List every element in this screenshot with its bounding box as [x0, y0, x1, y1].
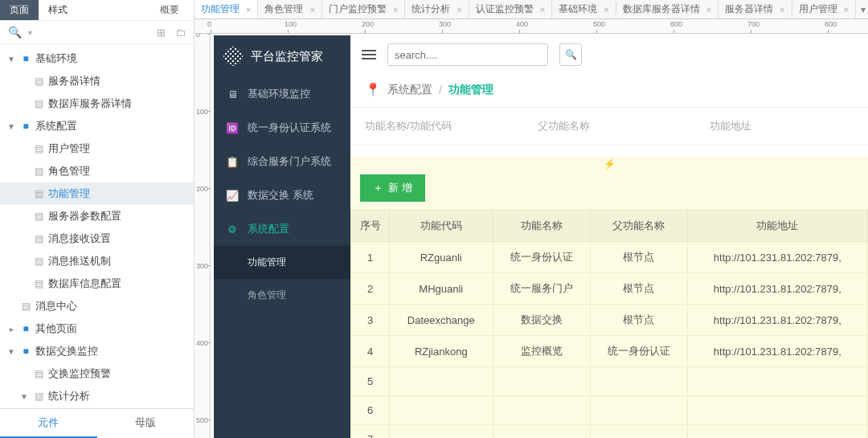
- tree-toggle-icon[interactable]: ▼: [6, 55, 16, 63]
- table-cell: 根节点: [590, 305, 687, 336]
- sidebar-menu-item[interactable]: 📋综合服务门户系统: [214, 145, 350, 178]
- close-icon[interactable]: ×: [246, 5, 251, 14]
- search-button[interactable]: 🔍: [559, 43, 582, 66]
- tab-style[interactable]: 样式: [39, 0, 77, 20]
- table-cell: 5: [351, 367, 390, 396]
- table-row[interactable]: 2MHguanli统一服务门户根节点http://101.231.81.202:…: [351, 273, 868, 305]
- hamburger-icon[interactable]: [362, 50, 376, 59]
- tab-overview[interactable]: 概要: [145, 0, 194, 20]
- bottom-tab-component[interactable]: 元件: [0, 409, 97, 438]
- close-icon[interactable]: ×: [457, 5, 461, 14]
- close-icon[interactable]: ×: [540, 5, 545, 14]
- doc-tab[interactable]: 服务器详情×: [719, 0, 792, 18]
- tree-toggle-icon[interactable]: ▼: [6, 122, 16, 131]
- tree-toggle-icon[interactable]: ▼: [19, 392, 29, 401]
- sidebar-menu-item[interactable]: 📈数据交换 系统: [214, 178, 350, 212]
- sidebar-menu-item[interactable]: ⚙系统配置: [214, 212, 350, 246]
- doc-tab[interactable]: 认证监控预警×: [469, 0, 552, 18]
- prototype-root: 平台监控管家 🖥基础环境监控🆔统一身份认证系统📋综合服务门户系统📈数据交换 系统…: [214, 35, 868, 438]
- table-row[interactable]: 7: [351, 425, 868, 439]
- bottom-tabs: 元件 母版: [0, 408, 194, 438]
- tree-label: 统计分析: [48, 389, 90, 403]
- tree-toggle-icon[interactable]: ▸: [6, 325, 16, 334]
- table-row[interactable]: 5: [351, 367, 868, 396]
- sidebar-sub-item[interactable]: 功能管理: [214, 246, 350, 279]
- tree-item[interactable]: ▸ ■ 其他页面: [0, 317, 194, 340]
- add-button[interactable]: ＋ 新 增: [360, 174, 425, 202]
- search-box[interactable]: [387, 43, 548, 66]
- column-header: 序号: [351, 211, 390, 242]
- breadcrumb-root[interactable]: 系统配置: [387, 83, 432, 97]
- breadcrumb-current: 功能管理: [448, 83, 493, 97]
- table-cell: 统一身份认证: [493, 242, 590, 273]
- doc-tab[interactable]: 角色管理×: [258, 0, 321, 18]
- tree-item[interactable]: ▤ 服务器详情: [0, 70, 194, 92]
- table-row[interactable]: 1RZguanli统一身份认证根节点http://101.231.81.202:…: [351, 242, 868, 273]
- column-header: 父功能名称: [590, 211, 687, 242]
- tabs-overflow-icon[interactable]: ▾: [856, 4, 868, 15]
- table-row[interactable]: 3Dateexchange数据交换根节点http://101.231.81.20…: [351, 305, 868, 336]
- design-canvas[interactable]: 平台监控管家 🖥基础环境监控🆔统一身份认证系统📋综合服务门户系统📈数据交换 系统…: [211, 34, 868, 438]
- tab-page[interactable]: 页面: [0, 0, 39, 20]
- tree-toggle-icon[interactable]: ▼: [6, 347, 16, 356]
- tree-item[interactable]: ▤ 数据库信息配置: [0, 272, 194, 295]
- sidebar-sub-item[interactable]: 角色管理: [214, 279, 350, 312]
- filter-input[interactable]: 父功能名称: [523, 108, 696, 145]
- tree-item[interactable]: ▼ ▤ 统计分析: [0, 385, 194, 407]
- doc-tab-label: 门户监控预警: [329, 2, 387, 16]
- search-input[interactable]: [395, 49, 541, 61]
- file-icon: ▤: [32, 233, 45, 244]
- doc-tab-label: 服务器详情: [725, 2, 773, 16]
- column-header: 功能名称: [493, 211, 590, 242]
- table-cell: 3: [351, 305, 390, 336]
- search-dropdown-icon[interactable]: ▾: [28, 28, 32, 37]
- tree-item[interactable]: ▤ 数据库服务器详情: [0, 92, 194, 115]
- table-row[interactable]: 4RZjiankong监控概览统一身份认证http://101.231.81.2…: [351, 336, 868, 367]
- close-icon[interactable]: ×: [393, 5, 398, 14]
- tree-item[interactable]: ▤ 用户管理: [0, 137, 194, 160]
- doc-tab-label: 数据库服务器详情: [623, 2, 700, 16]
- filter-input[interactable]: 功能地址: [695, 108, 868, 145]
- add-page-icon[interactable]: ⊞: [157, 27, 166, 39]
- filter-input[interactable]: 功能名称/功能代码: [350, 108, 523, 145]
- search-icon[interactable]: 🔍: [8, 26, 22, 39]
- sidebar-menu-item[interactable]: 🖥基础环境监控: [214, 77, 350, 111]
- table-cell: 根节点: [590, 273, 687, 305]
- tree-item[interactable]: ▤ 功能管理: [0, 182, 194, 205]
- close-icon[interactable]: ×: [309, 5, 314, 14]
- table-cell: 7: [351, 425, 390, 439]
- ruler-mark: 400: [519, 25, 531, 33]
- tree-item[interactable]: ▤ 角色管理: [0, 160, 194, 182]
- bottom-tab-master[interactable]: 母版: [97, 409, 194, 438]
- doc-tab[interactable]: 基础环境×: [552, 0, 616, 18]
- tree-label: 交换监控预警: [48, 366, 111, 381]
- table-cell: 1: [351, 242, 390, 273]
- close-icon[interactable]: ×: [706, 5, 711, 14]
- close-icon[interactable]: ×: [780, 5, 784, 14]
- tree-label: 系统配置: [35, 119, 77, 133]
- doc-tab[interactable]: 门户监控预警×: [322, 0, 405, 18]
- table-cell: http://101.231.81.202:7879,: [687, 242, 867, 273]
- close-icon[interactable]: ×: [844, 5, 849, 14]
- add-folder-icon[interactable]: 🗀: [175, 27, 186, 39]
- tree-item[interactable]: ▼ ■ 系统配置: [0, 115, 194, 137]
- doc-tab[interactable]: 用户管理×: [792, 0, 856, 18]
- tree-item[interactable]: ▤ 消息中心: [0, 295, 194, 317]
- tree-item[interactable]: ▼ ■ 基础环境: [0, 47, 194, 70]
- tree-item[interactable]: ▤ 交换监控预警: [0, 362, 194, 385]
- tree-item[interactable]: ▤ 服务器参数配置: [0, 205, 194, 227]
- close-icon[interactable]: ×: [604, 5, 608, 14]
- doc-tab[interactable]: 数据库服务器详情×: [616, 0, 719, 18]
- file-icon: ▤: [32, 368, 45, 379]
- document-tabs: 功能管理×角色管理×门户监控预警×统计分析×认证监控预警×基础环境×数据库服务器…: [194, 0, 868, 19]
- doc-tab[interactable]: 统计分析×: [405, 0, 469, 18]
- filter-row: 功能名称/功能代码父功能名称功能地址: [350, 107, 868, 145]
- table-row[interactable]: 6: [351, 396, 868, 425]
- file-icon: ▤: [32, 166, 45, 177]
- tree-item[interactable]: ▤ 消息接收设置: [0, 227, 194, 250]
- tree-item[interactable]: ▤ 消息推送机制: [0, 250, 194, 272]
- tree-item[interactable]: ▼ ■ 数据交换监控: [0, 340, 194, 362]
- doc-tab[interactable]: 功能管理×: [194, 0, 258, 18]
- menu-label: 数据交换 系统: [248, 188, 313, 203]
- sidebar-menu-item[interactable]: 🆔统一身份认证系统: [214, 111, 350, 145]
